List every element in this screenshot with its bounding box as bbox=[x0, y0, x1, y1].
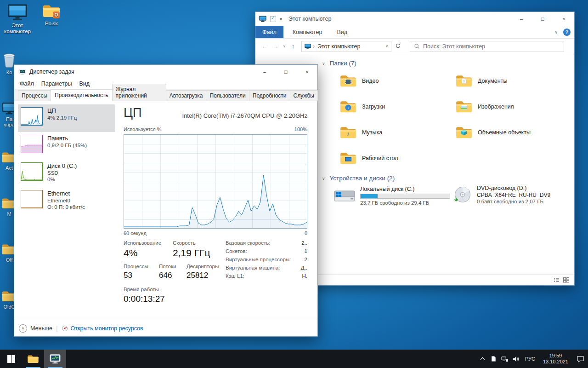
open-resource-monitor-link[interactable]: Открыть монитор ресурсов bbox=[62, 325, 143, 332]
back-button[interactable]: ← bbox=[259, 43, 270, 50]
desktop-icon-label: Этот компьютер bbox=[4, 23, 31, 34]
close-icon: × bbox=[562, 16, 565, 22]
devices-group-header[interactable]: ∨ Устройства и диски (2) bbox=[322, 175, 395, 182]
maximize-button[interactable]: □ bbox=[532, 12, 553, 26]
details-view-button[interactable] bbox=[553, 277, 560, 283]
drive-item-local-disk-c[interactable]: Локальный диск (C:) 23,7 ГБ свободно из … bbox=[334, 186, 450, 206]
chevron-up-icon: ∧ bbox=[19, 324, 27, 333]
breadcrumb[interactable]: Этот компьютер bbox=[317, 43, 360, 50]
sidebar-item-disk0[interactable]: Диск 0 (C:) SSD 0% bbox=[18, 160, 115, 187]
uptime-label: Время работы bbox=[124, 287, 159, 292]
folder-item-music[interactable]: ♪ Музыка bbox=[339, 122, 450, 143]
start-button[interactable] bbox=[0, 350, 22, 368]
tray-document-icon[interactable] bbox=[488, 350, 499, 368]
folder-item-documents[interactable]: Документы bbox=[455, 71, 565, 91]
search-box[interactable] bbox=[410, 41, 564, 52]
tab-users[interactable]: Пользователи bbox=[206, 90, 249, 101]
minimize-button[interactable]: – bbox=[511, 12, 532, 26]
folder-item-3d-objects[interactable]: Объемные объекты bbox=[455, 122, 565, 143]
taskbar: РУС 19:59 13.10.2021 bbox=[0, 350, 588, 368]
drive-usage-bar bbox=[360, 194, 450, 199]
ribbon-tab-view[interactable]: Вид bbox=[331, 26, 353, 38]
menu-options[interactable]: Параметры bbox=[38, 80, 76, 88]
close-button[interactable]: × bbox=[553, 12, 574, 26]
drive-item-dvd-d[interactable]: DVD-дисковод (D:) CPBA_X64FRE_RU-RU_DV9 … bbox=[454, 185, 550, 204]
forward-button[interactable]: → bbox=[270, 43, 281, 50]
handles-value: 25812 bbox=[187, 271, 208, 280]
speed-label: Скорость bbox=[173, 240, 196, 246]
hidden-icons-button[interactable] bbox=[477, 350, 488, 368]
recent-locations-button[interactable]: ∨ bbox=[281, 44, 288, 48]
explorer-titlebar[interactable]: ✓ ▾ Этот компьютер – □ × bbox=[255, 12, 574, 26]
desktop-icon-poisk[interactable]: O Poisk bbox=[37, 4, 66, 27]
tray-network-button[interactable] bbox=[499, 350, 510, 368]
address-bar[interactable]: › Этот компьютер ∨ bbox=[301, 41, 391, 52]
chevron-down-icon: ∨ bbox=[322, 61, 325, 66]
folder-item-desktop[interactable]: Рабочий стол bbox=[339, 148, 450, 168]
speed-value: 2,19 ГГц bbox=[173, 247, 210, 259]
sidebar-item-ethernet[interactable]: Ethernet Ethernet0 О: 0 П: 0 кбит/с bbox=[18, 187, 115, 215]
performance-sidebar: ЦП 4% 2,19 ГГц Память 0,9/2,0 ГБ (45%) bbox=[18, 104, 115, 215]
taskbar-task-manager-button[interactable] bbox=[44, 350, 66, 368]
maximize-button[interactable]: □ bbox=[275, 65, 296, 79]
action-center-button[interactable] bbox=[572, 350, 588, 368]
folders-group-header[interactable]: ∨ Папки (7) bbox=[322, 60, 356, 67]
taskman-footer: ∧ Меньше | Открыть монитор ресурсов bbox=[14, 320, 317, 336]
disk-thumbnail-graph bbox=[21, 162, 43, 181]
address-dropdown-icon[interactable]: ∨ bbox=[385, 44, 388, 48]
documents-folder-icon bbox=[455, 74, 473, 88]
handles-label: Дескрипторы bbox=[187, 264, 219, 269]
tab-performance[interactable]: Производительность bbox=[51, 89, 112, 101]
tray-volume-button[interactable] bbox=[510, 350, 521, 368]
menu-file[interactable]: Файл bbox=[16, 80, 38, 88]
up-button[interactable]: ↑ bbox=[288, 43, 299, 50]
pictures-folder-icon bbox=[455, 100, 473, 114]
sidebar-item-cpu[interactable]: ЦП 4% 2,19 ГГц bbox=[18, 104, 115, 132]
qat-properties-icon[interactable]: ✓ bbox=[270, 16, 276, 22]
desktop-folder-icon bbox=[339, 151, 357, 165]
qat-customize-icon[interactable]: ▾ bbox=[280, 17, 282, 22]
task-manager-icon bbox=[50, 353, 61, 364]
processes-label: Процессы bbox=[124, 264, 148, 269]
tab-services[interactable]: Службы bbox=[290, 90, 318, 101]
folder-item-pictures[interactable]: Изображения bbox=[455, 97, 565, 117]
language-indicator[interactable]: РУС bbox=[521, 356, 539, 362]
taskman-titlebar[interactable]: Диспетчер задач – □ × bbox=[14, 65, 317, 79]
close-icon: × bbox=[305, 69, 308, 75]
close-button[interactable]: × bbox=[296, 65, 317, 79]
sidebar-item-memory[interactable]: Память 0,9/2,0 ГБ (45%) bbox=[18, 132, 115, 160]
notification-icon bbox=[577, 356, 584, 362]
ribbon-collapse-button[interactable]: ∨ bbox=[554, 30, 558, 34]
ribbon-tab-file[interactable]: Файл bbox=[255, 26, 283, 38]
search-icon bbox=[414, 43, 420, 49]
refresh-button[interactable] bbox=[392, 42, 403, 51]
ribbon-tab-computer[interactable]: Компьютер bbox=[287, 26, 328, 38]
tab-processes[interactable]: Процессы bbox=[18, 90, 51, 101]
help-button[interactable]: ? bbox=[563, 29, 571, 36]
minimize-button[interactable]: – bbox=[254, 65, 275, 79]
windows-logo-icon bbox=[7, 355, 15, 363]
desktop-icon-this-pc[interactable]: Этот компьютер bbox=[2, 4, 33, 34]
tab-startup[interactable]: Автозагрузка bbox=[166, 90, 207, 101]
menu-view[interactable]: Вид bbox=[75, 80, 93, 88]
performance-panel: ЦП 4% 2,19 ГГц Память 0,9/2,0 ГБ (45%) bbox=[14, 101, 317, 336]
tab-details[interactable]: Подробности bbox=[249, 90, 290, 101]
taskbar-explorer-button[interactable] bbox=[22, 350, 44, 368]
maximize-icon: □ bbox=[541, 16, 544, 22]
folder-item-video[interactable]: Видео bbox=[339, 71, 450, 91]
video-folder-icon bbox=[339, 74, 357, 88]
task-manager-window: Диспетчер задач – □ × Файл Параметры Вид… bbox=[14, 64, 318, 337]
threads-label: Потоки bbox=[159, 264, 176, 269]
usage-label: Использование bbox=[124, 240, 161, 246]
windows-logo-icon bbox=[336, 192, 341, 197]
clock[interactable]: 19:59 13.10.2021 bbox=[539, 353, 572, 365]
document-icon bbox=[491, 356, 497, 362]
task-manager-app-icon bbox=[19, 69, 26, 75]
fewer-details-button[interactable]: ∧ Меньше bbox=[19, 324, 52, 333]
tab-app-history[interactable]: Журнал приложений bbox=[112, 84, 166, 101]
folder-item-downloads[interactable]: ↓ Загрузки bbox=[339, 97, 450, 117]
maximize-icon: □ bbox=[284, 69, 288, 75]
music-folder-icon: ♪ bbox=[339, 126, 357, 139]
search-input[interactable] bbox=[423, 43, 560, 50]
tiles-view-button[interactable] bbox=[563, 277, 570, 283]
